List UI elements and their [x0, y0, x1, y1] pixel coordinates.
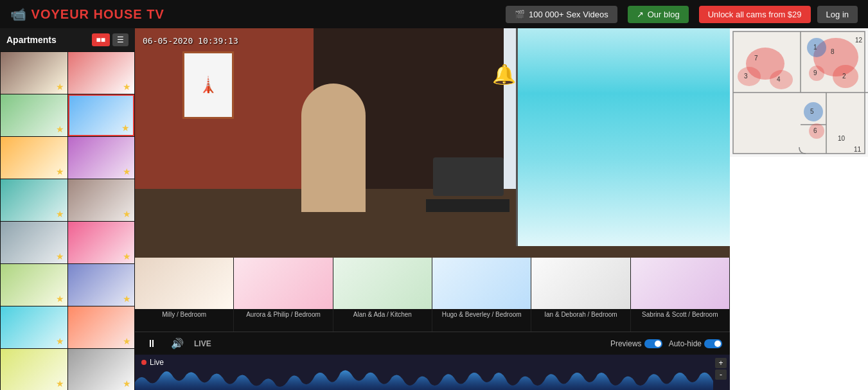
film-icon: 🎬 — [515, 10, 525, 19]
unlock-button[interactable]: Unlock all cams from $29 — [699, 6, 811, 23]
apt-favorite-star[interactable]: ★ — [56, 294, 64, 304]
thumbnails-row: Milly / BedroomAurora & Philip / Bedroom… — [135, 258, 730, 332]
apartment-thumb-1[interactable]: ★ — [1, 52, 67, 94]
header: 📹 VOYEUR HOUSE TV 🎬 100 000+ Sex Videos … — [0, 0, 868, 28]
apartment-thumb-12[interactable]: ★ — [68, 264, 135, 306]
login-button[interactable]: Log in — [817, 6, 858, 23]
thumb-scene — [631, 258, 729, 309]
play-pause-button[interactable]: ⏸ — [143, 337, 161, 351]
apt-favorite-star[interactable]: ★ — [121, 123, 130, 133]
floorplan-svg: 7 3 4 8 12 1 2 9 5 — [730, 28, 868, 157]
zoom-out-button[interactable]: - — [715, 369, 727, 380]
thumb-label: Sabrina & Scott / Bedroom — [631, 309, 729, 320]
external-link-icon: ↗ — [637, 10, 644, 19]
videos-label: 100 000+ Sex Videos — [529, 10, 608, 19]
thumbnail-item-1[interactable]: Milly / Bedroom — [135, 258, 234, 332]
apt-favorite-star[interactable]: ★ — [123, 209, 131, 219]
thumb-scene — [531, 258, 630, 309]
autohide-label: Auto-hide — [669, 339, 702, 348]
apartment-thumb-4[interactable]: ★ — [68, 94, 135, 136]
apartment-thumb-8[interactable]: ★ — [68, 179, 135, 221]
svg-text:3: 3 — [744, 73, 748, 80]
main-video[interactable]: 06-05-2020 10:39:13 🗼 🔔 — [135, 28, 730, 258]
svg-text:10: 10 — [838, 135, 846, 142]
svg-point-10 — [770, 70, 793, 89]
live-badge: LIVE — [194, 339, 211, 348]
apt-favorite-star[interactable]: ★ — [123, 378, 131, 389]
thumb-label: Milly / Bedroom — [135, 309, 233, 320]
svg-text:9: 9 — [813, 69, 817, 76]
apt-favorite-star[interactable]: ★ — [123, 82, 131, 92]
eiffel-tower-icon: 🗼 — [199, 76, 218, 94]
apartment-thumb-14[interactable]: ★ — [68, 306, 135, 348]
apt-favorite-star[interactable]: ★ — [123, 336, 131, 346]
apt-favorite-star[interactable]: ★ — [123, 294, 131, 304]
apt-favorite-star[interactable]: ★ — [123, 251, 131, 261]
svg-text:2: 2 — [842, 73, 846, 80]
svg-text:7: 7 — [754, 55, 758, 62]
volume-button[interactable]: 🔊 — [167, 336, 188, 351]
apt-favorite-star[interactable]: ★ — [56, 209, 64, 219]
thumb-scene — [333, 258, 432, 309]
previews-label: Previews — [610, 339, 642, 348]
thumbnail-item-5[interactable]: Ian & Deborah / Bedroom — [531, 258, 630, 332]
svg-point-8 — [738, 67, 761, 86]
apartment-thumb-7[interactable]: ★ — [1, 179, 67, 221]
apartment-thumb-9[interactable]: ★ — [1, 222, 67, 263]
thumb-label: Hugo & Beverley / Bedroom — [432, 309, 531, 320]
apt-favorite-star[interactable]: ★ — [56, 124, 64, 134]
autohide-switch[interactable] — [704, 339, 722, 348]
controls-bar: ⏸ 🔊 LIVE Previews Auto-hide — [135, 332, 730, 355]
svg-text:5: 5 — [810, 108, 814, 115]
poster: 🗼 — [182, 51, 234, 119]
list-view-button[interactable]: ☰ — [112, 33, 128, 46]
apt-favorite-star[interactable]: ★ — [56, 378, 64, 389]
figure — [301, 84, 366, 212]
center-panel: 06-05-2020 10:39:13 🗼 🔔 Milly / BedroomA… — [135, 28, 730, 390]
apartment-thumb-13[interactable]: ★ — [1, 306, 67, 348]
videos-button[interactable]: 🎬 100 000+ Sex Videos — [506, 6, 617, 23]
apartment-grid: ★★★★★★★★★★★★★★★★ — [0, 51, 135, 390]
cam-list — [730, 157, 868, 390]
thumb-scene — [234, 258, 332, 309]
thumb-label: Alan & Ada / Kitchen — [333, 309, 432, 320]
zoom-in-button[interactable]: + — [715, 358, 727, 368]
thumbnail-item-4[interactable]: Hugo & Beverley / Bedroom — [432, 258, 531, 332]
furniture — [433, 157, 504, 196]
svg-text:11: 11 — [854, 146, 862, 153]
grid-view-button[interactable]: ■■ — [92, 33, 111, 46]
logo-icon: 📹 — [10, 7, 27, 21]
unlock-label: Unlock all cams from $29 — [708, 10, 802, 19]
zoom-controls: + - — [715, 358, 727, 380]
apartment-thumb-15[interactable]: ★ — [1, 349, 67, 390]
previews-toggle[interactable]: Previews — [610, 339, 662, 348]
thumb-scene — [432, 258, 531, 309]
previews-switch[interactable] — [644, 339, 662, 348]
play-pause-icon: ⏸ — [146, 338, 157, 349]
svg-text:1: 1 — [813, 44, 817, 51]
blog-button[interactable]: ↗ Our blog — [628, 6, 689, 23]
view-toggle: ■■ ☰ — [92, 33, 129, 46]
apartment-thumb-6[interactable]: ★ — [68, 137, 135, 179]
apartment-thumb-5[interactable]: ★ — [1, 137, 67, 179]
autohide-toggle[interactable]: Auto-hide — [669, 339, 722, 348]
apt-favorite-star[interactable]: ★ — [56, 166, 64, 177]
thumbnail-item-2[interactable]: Aurora & Philip / Bedroom — [234, 258, 333, 332]
apartment-thumb-11[interactable]: ★ — [1, 264, 67, 306]
timeline[interactable]: Live + - — [135, 355, 730, 390]
thumb-label: Aurora & Philip / Bedroom — [234, 309, 332, 320]
apt-favorite-star[interactable]: ★ — [123, 166, 131, 177]
thumbnail-item-3[interactable]: Alan & Ada / Kitchen — [333, 258, 432, 332]
login-label: Log in — [826, 10, 849, 19]
door — [516, 28, 730, 246]
apt-favorite-star[interactable]: ★ — [56, 82, 64, 92]
main-layout: Apartments ■■ ☰ ★★★★★★★★★★★★★★★★ 06-05-2… — [0, 28, 868, 390]
apt-favorite-star[interactable]: ★ — [56, 336, 64, 346]
apartment-thumb-10[interactable]: ★ — [68, 222, 135, 263]
floorplan: 7 3 4 8 12 1 2 9 5 — [730, 28, 868, 157]
apartment-thumb-16[interactable]: ★ — [68, 349, 135, 390]
apartment-thumb-2[interactable]: ★ — [68, 52, 135, 94]
apt-favorite-star[interactable]: ★ — [56, 251, 64, 261]
thumbnail-item-6[interactable]: Sabrina & Scott / Bedroom — [631, 258, 730, 332]
apartment-thumb-3[interactable]: ★ — [1, 94, 67, 136]
